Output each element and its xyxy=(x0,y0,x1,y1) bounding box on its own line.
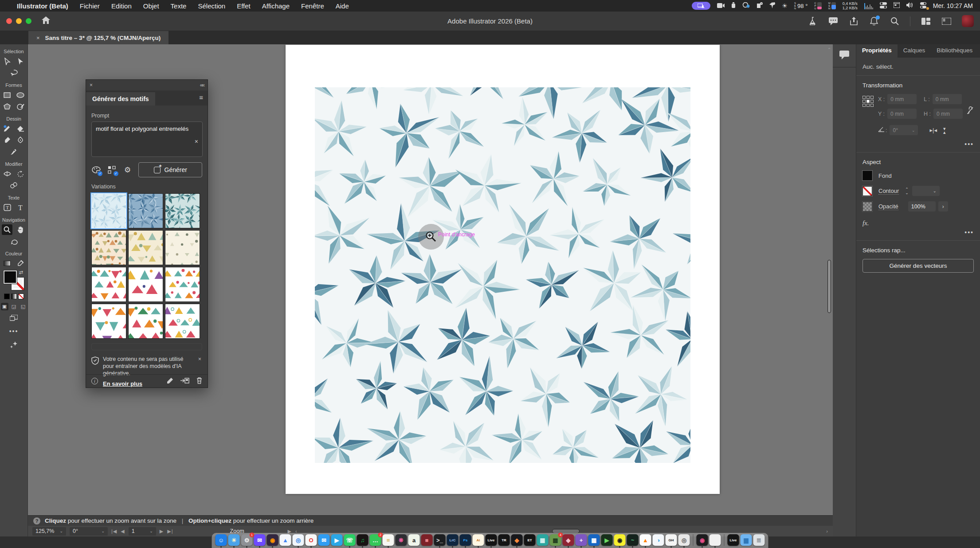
hand-tool[interactable] xyxy=(15,224,26,235)
search-icon[interactable] xyxy=(890,16,899,26)
rotation-field[interactable]: 0°⌄ xyxy=(890,125,918,135)
selection-tool[interactable] xyxy=(15,56,26,67)
stroke-width-field[interactable]: ⌄ xyxy=(912,186,940,196)
height-field[interactable]: 0 mm xyxy=(933,109,963,119)
dock-waveform-app[interactable]: ~ xyxy=(627,534,639,546)
paintbrush-tool[interactable] xyxy=(2,135,12,145)
draw-behind-mode[interactable]: ◲ xyxy=(10,303,18,310)
network-speed[interactable]: 0,4 KB/s 1,2 KB/s xyxy=(843,1,858,10)
variation-thumbnail-9[interactable] xyxy=(165,267,200,302)
vertical-scroll-thumb[interactable] xyxy=(827,260,831,313)
dock-cat-app[interactable]: GH xyxy=(666,534,677,546)
dock-edge[interactable]: ◑ xyxy=(653,534,664,546)
variation-thumbnail-8[interactable] xyxy=(128,267,163,302)
privacy-close-icon[interactable]: × xyxy=(198,356,201,363)
help-icon[interactable]: ? xyxy=(33,517,40,525)
sensor-status[interactable]: SEN 98 ° xyxy=(794,2,808,10)
artboard[interactable] xyxy=(286,45,720,494)
apply-to-artboard-icon[interactable] xyxy=(180,377,189,385)
rotate-view-tool[interactable] xyxy=(8,236,19,247)
account-avatar[interactable] xyxy=(962,15,974,27)
screen-mode-icon[interactable] xyxy=(0,315,27,322)
creative-cloud-sync-icon[interactable] xyxy=(742,2,750,9)
fill-color-swatch[interactable] xyxy=(862,171,872,180)
dock-telegram[interactable]: ▶ xyxy=(331,534,343,546)
width-tool[interactable] xyxy=(2,168,12,179)
notifications-bell-icon[interactable] xyxy=(869,16,879,26)
dock-amazon[interactable]: a xyxy=(408,534,420,546)
dock-messages[interactable]: …2 xyxy=(370,534,381,546)
flip-vertical-icon[interactable]: ▾▴ xyxy=(943,127,946,134)
scroll-up-icon[interactable]: ⌃ xyxy=(827,47,832,53)
variation-thumbnail-7[interactable] xyxy=(91,267,126,302)
dock-illustrator[interactable]: Ai xyxy=(473,534,484,546)
dock-purple-plus-app[interactable]: + xyxy=(576,534,587,546)
dock-android-app[interactable]: ▶ xyxy=(601,534,613,546)
dock-capture-app[interactable]: ▦ xyxy=(537,534,549,546)
edit-toolbar-ellipsis[interactable]: ••• xyxy=(0,328,27,335)
dock-tr-app[interactable]: TR xyxy=(498,534,510,546)
dock-safari[interactable]: ◎ xyxy=(293,534,304,546)
generative-sparkle-icon[interactable] xyxy=(0,341,27,350)
screen-mirroring-indicator[interactable] xyxy=(692,2,710,10)
dock-proton-mail[interactable]: ✉ xyxy=(254,534,266,546)
stroke-label[interactable]: Contour xyxy=(878,188,899,195)
pencil-tool[interactable] xyxy=(2,123,12,134)
dock-finder[interactable]: ☺ xyxy=(216,534,227,546)
camera-status-icon[interactable] xyxy=(717,2,725,9)
zoom-level-dropdown[interactable]: 125,7%⌄ xyxy=(32,527,66,536)
eyedropper-tool[interactable] xyxy=(15,258,26,269)
gradient-tool[interactable] xyxy=(2,258,12,269)
dock-notes[interactable]: ≡ xyxy=(383,534,394,546)
settings-gear-icon[interactable]: ⚙ xyxy=(123,165,132,175)
panel-menu-icon[interactable]: ≡ xyxy=(199,94,203,101)
transform-more-options[interactable]: ••• xyxy=(862,140,974,152)
dock-photos-app[interactable]: ❋ xyxy=(396,534,407,546)
dock-drive[interactable]: ▲ xyxy=(280,534,291,546)
menu-effet[interactable]: Effet xyxy=(237,2,251,10)
dock-trash[interactable]: ≣ xyxy=(753,534,765,546)
edit-pencil-icon[interactable] xyxy=(167,377,173,385)
dock-downloads-folder[interactable]: ▆ xyxy=(741,534,752,546)
zoom-window-button[interactable] xyxy=(26,18,31,24)
variation-thumbnail-12[interactable] xyxy=(165,304,200,339)
menu-selection[interactable]: Sélection xyxy=(198,2,225,10)
info-icon[interactable]: i xyxy=(91,378,98,384)
volume-status-icon[interactable] xyxy=(906,2,913,9)
panel-toggle-icon[interactable] xyxy=(941,16,951,26)
flip-horizontal-icon[interactable]: ▸|◂ xyxy=(929,127,937,133)
comments-panel-icon[interactable] xyxy=(833,43,856,67)
close-document-icon[interactable]: × xyxy=(36,35,40,41)
fill-swatch[interactable] xyxy=(4,270,17,284)
menu-texte[interactable]: Texte xyxy=(171,2,187,10)
minimize-window-button[interactable] xyxy=(16,18,22,24)
menu-aide[interactable]: Aide xyxy=(336,2,349,10)
y-field[interactable]: 0 mm xyxy=(887,109,917,119)
dock-opera[interactable]: O xyxy=(306,534,317,546)
previous-artboard-icon[interactable]: ◀ xyxy=(121,528,125,534)
toggles-status-icon[interactable] xyxy=(880,2,887,10)
dock-mail[interactable]: ✉ xyxy=(318,534,330,546)
opacity-field[interactable]: 100% xyxy=(908,201,936,211)
home-icon[interactable] xyxy=(42,16,50,26)
rotation-dropdown[interactable]: 0°⌄ xyxy=(70,527,108,536)
touch-type-tool[interactable]: T xyxy=(2,202,12,213)
brightness-status-icon[interactable]: ☀ xyxy=(782,2,788,9)
width-field[interactable]: 0 mm xyxy=(933,94,962,104)
menu-fichier[interactable]: Fichier xyxy=(80,2,100,10)
menu-edition[interactable]: Edition xyxy=(111,2,132,10)
direct-selection-tool[interactable] xyxy=(2,56,12,67)
panel-collapse-icon[interactable]: «« xyxy=(200,82,204,88)
panel-collapsed-row[interactable] xyxy=(91,343,202,350)
beta-feedback-flask-icon[interactable] xyxy=(808,16,818,26)
panel-close-icon[interactable]: × xyxy=(90,82,93,88)
dock-snapchat[interactable]: ◉ xyxy=(614,534,626,546)
dock-ableton-live[interactable]: Live xyxy=(486,534,497,546)
battery-app-icon[interactable] xyxy=(731,2,736,9)
fx-label[interactable]: fx. xyxy=(862,217,974,228)
variation-thumbnail-2[interactable] xyxy=(128,193,163,228)
opacity-swatch[interactable] xyxy=(862,202,872,211)
dock-creative-cloud[interactable]: ◉ xyxy=(697,534,708,546)
variation-thumbnail-5[interactable] xyxy=(128,230,163,265)
pen-tool[interactable] xyxy=(15,135,26,145)
